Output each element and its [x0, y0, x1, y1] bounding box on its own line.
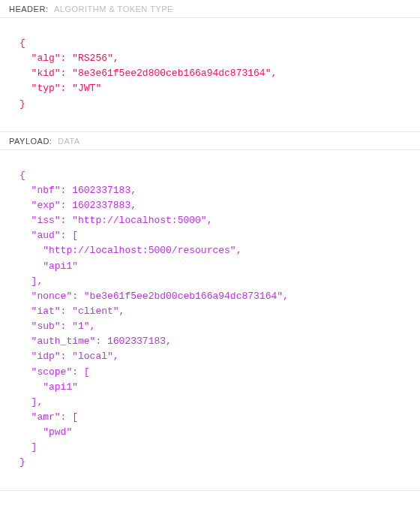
- header-title-label: HEADER:: [9, 5, 48, 14]
- header-section-title: HEADER: ALGORITHM & TOKEN TYPE: [0, 0, 420, 18]
- header-subtitle-label: ALGORITHM & TOKEN TYPE: [54, 5, 173, 14]
- payload-title-label: PAYLOAD:: [9, 137, 52, 146]
- payload-subtitle-label: DATA: [58, 137, 80, 146]
- header-json-block: { "alg": "RS256", "kid": "8e3e61f5ee2d80…: [0, 18, 420, 132]
- payload-section-title: PAYLOAD: DATA: [0, 132, 420, 150]
- payload-json-block: { "nbf": 1602337183, "exp": 1602337883, …: [0, 150, 420, 491]
